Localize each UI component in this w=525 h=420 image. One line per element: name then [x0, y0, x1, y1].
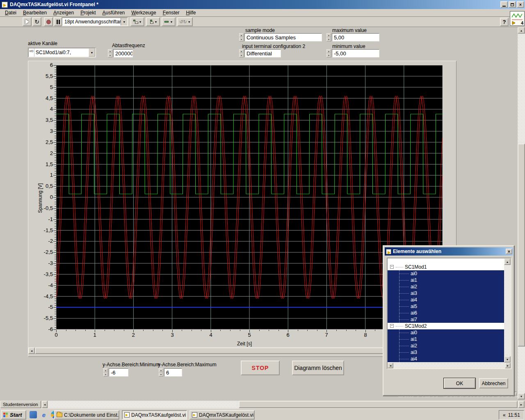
- tree-scroll-up-button[interactable]: ▲: [504, 258, 511, 265]
- scroll-up-button[interactable]: ▲: [518, 27, 525, 34]
- tree-group-row[interactable]: −SC1Mod2: [388, 323, 504, 329]
- tree-item-label[interactable]: ai5: [411, 304, 417, 309]
- task-button[interactable]: DAQmxTASKaufgelöst.vi...: [122, 410, 187, 420]
- tree-hscroll-track[interactable]: [393, 363, 505, 368]
- tree-item-row[interactable]: ai0: [388, 329, 504, 336]
- tree-item-row[interactable]: ai1: [388, 277, 504, 283]
- sample-mode-ring[interactable]: Continuous Samples: [244, 33, 322, 41]
- collapse-icon[interactable]: −: [390, 265, 394, 269]
- dialog-title-bar[interactable]: Elemente auswählen ×: [385, 247, 513, 256]
- tree-scroll-right-button[interactable]: ►: [505, 363, 511, 368]
- tree-item-row[interactable]: ai1: [388, 336, 504, 342]
- tree-item-label[interactable]: ai4: [411, 356, 417, 362]
- distribute-objects-button[interactable]: ▼: [146, 17, 160, 26]
- align-objects-button[interactable]: ▼: [130, 17, 144, 26]
- menu-item-werkzeuge[interactable]: Werkzeuge: [128, 9, 159, 16]
- internet-explorer-icon[interactable]: e: [40, 411, 48, 418]
- tree-vertical-scrollbar[interactable]: ▲ ▼: [504, 258, 511, 363]
- font-selector[interactable]: 18pt Anwendungsschriftart ▼: [62, 17, 128, 26]
- menu-item-bearbeiten[interactable]: Bearbeiten: [20, 9, 50, 16]
- tree-item-label[interactable]: ai3: [411, 349, 417, 355]
- tree-item-row[interactable]: ai4: [388, 297, 504, 303]
- chart-scrollbar-thumb[interactable]: [35, 347, 441, 354]
- cancel-button[interactable]: Abbrechen: [479, 378, 508, 388]
- scroll-left-button[interactable]: ◄: [42, 401, 48, 408]
- menu-item-projekt[interactable]: Projekt: [77, 9, 99, 16]
- tree-item-label[interactable]: ai3: [411, 290, 417, 296]
- tree-group-label[interactable]: SC1Mod2: [405, 323, 427, 329]
- reorder-button[interactable]: ↺↻▼: [177, 17, 193, 26]
- tree-item-label[interactable]: ai2: [411, 343, 417, 349]
- window-vertical-scrollbar[interactable]: ▲ ▼: [518, 27, 525, 401]
- minimize-button[interactable]: [500, 1, 508, 8]
- close-button[interactable]: ×: [517, 1, 524, 8]
- tree-item-row[interactable]: ai3: [388, 349, 504, 356]
- tree-item-label[interactable]: ai4: [411, 297, 417, 303]
- tree-item-label[interactable]: ai0: [411, 271, 417, 276]
- tree-item-row[interactable]: ai6: [388, 310, 504, 316]
- tree-vscroll-track[interactable]: [504, 265, 511, 356]
- tree-item-row[interactable]: ai4: [388, 356, 504, 362]
- scroll-down-button[interactable]: ▼: [518, 393, 525, 399]
- chevron-down-icon[interactable]: ▼: [89, 48, 95, 57]
- dialog-close-button[interactable]: ×: [506, 249, 512, 254]
- tree-item-row[interactable]: ai5: [388, 303, 504, 310]
- collapse-icon[interactable]: −: [390, 324, 394, 328]
- tree-item-row[interactable]: ai2: [388, 283, 504, 290]
- start-button[interactable]: Start: [1, 410, 26, 420]
- tree-item-row[interactable]: ai3: [388, 290, 504, 297]
- sample-mode-spinner[interactable]: ▲▼: [239, 33, 244, 41]
- minimum-value-spinner[interactable]: ▲▼: [326, 49, 331, 57]
- scroll-right-button[interactable]: ►: [518, 401, 525, 408]
- minimum-value-input[interactable]: -5,00: [332, 49, 379, 57]
- run-button[interactable]: [23, 17, 32, 26]
- tree-item-label[interactable]: ai0: [411, 330, 417, 336]
- vi-icon[interactable]: 4: [510, 11, 525, 26]
- input-terminal-ring[interactable]: Differential: [244, 49, 281, 57]
- y-min-input[interactable]: -6: [109, 368, 128, 377]
- vscroll-thumb[interactable]: [518, 144, 525, 347]
- sample-rate-spinner[interactable]: ▲▼: [108, 49, 112, 57]
- show-desktop-icon[interactable]: [30, 411, 37, 418]
- y-min-spinner[interactable]: ▲▼: [103, 368, 108, 377]
- tree-item-row[interactable]: ai0: [388, 270, 504, 277]
- tree-item-label[interactable]: ai1: [411, 336, 417, 342]
- chevron-down-icon[interactable]: ▼: [121, 18, 127, 25]
- menu-item-datei[interactable]: Datei: [2, 9, 20, 16]
- chart-scroll-left-button[interactable]: ◄: [28, 347, 35, 354]
- run-continuous-button[interactable]: ↻: [32, 17, 41, 26]
- help-button[interactable]: ?: [500, 18, 509, 26]
- abort-button[interactable]: [44, 17, 53, 26]
- tree-group-label[interactable]: SC1Mod1: [405, 264, 427, 270]
- maximum-value-spinner[interactable]: ▲▼: [326, 33, 331, 41]
- menu-item-hilfe[interactable]: Hilfe: [183, 9, 199, 16]
- y-max-input[interactable]: 6: [164, 368, 182, 377]
- tree-item-label[interactable]: ai2: [411, 284, 417, 290]
- menu-item-ausfhren[interactable]: Ausführen: [99, 9, 128, 16]
- input-terminal-spinner[interactable]: ▲▼: [239, 49, 244, 57]
- tree-scroll-left-button[interactable]: ◄: [388, 363, 393, 368]
- tree-item-row[interactable]: ai7: [388, 316, 504, 323]
- ok-button[interactable]: OK: [444, 378, 475, 388]
- menu-item-fenster[interactable]: Fenster: [160, 9, 183, 16]
- restore-button[interactable]: [509, 1, 516, 8]
- tree-item-row[interactable]: ai2: [388, 342, 504, 349]
- tree-item-label[interactable]: ai6: [411, 310, 417, 316]
- task-button[interactable]: C:\Dokumente und Einst...: [54, 410, 119, 420]
- tree-group-row[interactable]: −SC1Mod1: [388, 264, 504, 270]
- active-channels-combo[interactable]: I/O SC1Mod1/ai0:7, ▼: [28, 48, 96, 57]
- tree-scroll-down-button[interactable]: ▼: [504, 356, 511, 363]
- tree-item-label[interactable]: ai1: [411, 277, 417, 283]
- tree-horizontal-scrollbar[interactable]: ◄ ►: [388, 363, 511, 368]
- resize-objects-button[interactable]: ▼: [162, 17, 176, 26]
- y-max-spinner[interactable]: ▲▼: [159, 368, 163, 377]
- clear-diagram-button[interactable]: Diagramm löschen: [292, 361, 344, 375]
- sample-rate-input[interactable]: 200000: [113, 49, 133, 57]
- hscroll-thumb[interactable]: [239, 401, 518, 408]
- task-button[interactable]: DAQmxTASKaufgelöst.vi...: [189, 410, 255, 420]
- tray-chevron[interactable]: «: [503, 412, 506, 418]
- tree-item-label[interactable]: ai7: [411, 317, 417, 322]
- maximum-value-input[interactable]: 5,00: [332, 33, 379, 41]
- menu-item-anzeigen[interactable]: Anzeigen: [50, 9, 77, 16]
- stop-button[interactable]: STOP: [241, 361, 280, 375]
